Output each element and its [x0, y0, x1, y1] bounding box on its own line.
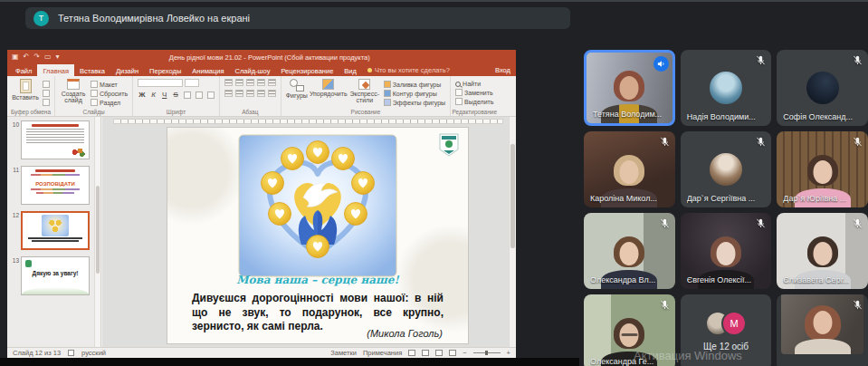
- layout-icon: [91, 81, 98, 88]
- indent-increase-icon[interactable]: [257, 79, 265, 86]
- presenter-avatar: T: [33, 11, 49, 26]
- participant-tile-unnamed[interactable]: [777, 294, 868, 366]
- tab-insert[interactable]: Вставка: [74, 64, 110, 76]
- tell-me-label: Что вы хотите сделать?: [375, 66, 450, 74]
- shape-outline-button[interactable]: Контур фигуры: [384, 90, 445, 97]
- avatar: [710, 153, 742, 186]
- arrange-button[interactable]: Упорядочить: [311, 79, 346, 97]
- slide-scrollbar[interactable]: [509, 117, 516, 347]
- comments-button[interactable]: Примечания: [363, 349, 402, 357]
- section-button[interactable]: Раздел: [91, 99, 128, 106]
- replace-button[interactable]: Заменить: [455, 89, 493, 96]
- tab-file[interactable]: Файл: [10, 64, 37, 76]
- participant-name: Тетяна Володим...: [593, 110, 662, 119]
- participant-tile-daria-yu[interactable]: Дар`я Юріївна ...: [777, 131, 868, 207]
- quick-styles-icon: [358, 79, 370, 90]
- tell-me-box[interactable]: Что вы хотите сделать?: [362, 64, 455, 76]
- tab-design[interactable]: Дизайн: [110, 64, 144, 76]
- participant-tile-daria-s[interactable]: Дар`я Сергіївна ...: [681, 131, 772, 207]
- columns-icon[interactable]: [268, 90, 276, 97]
- change-case-icon[interactable]: [196, 92, 203, 99]
- participant-tile-oleksandra-vl[interactable]: Олександра Вл...: [584, 213, 675, 289]
- participant-tile-tetiana[interactable]: Тетяна Володим...: [584, 50, 675, 126]
- cut-icon[interactable]: [43, 81, 50, 88]
- slide-caption-script: Мова наша – серце наше!: [167, 274, 468, 286]
- find-button[interactable]: Найти: [455, 81, 493, 87]
- bullets-icon[interactable]: [224, 79, 233, 86]
- audio-speaking-icon: [653, 56, 669, 72]
- mic-off-icon: [755, 136, 767, 148]
- underline-button[interactable]: Ч: [161, 91, 167, 99]
- tab-home[interactable]: Главная: [37, 64, 74, 76]
- tab-animations[interactable]: Анимация: [186, 64, 229, 76]
- slide-10-thumbnail[interactable]: [21, 120, 90, 159]
- save-icon[interactable]: ▣: [12, 50, 19, 64]
- shape-effects-button[interactable]: Эффекты фигуры: [384, 99, 445, 106]
- reading-view-icon[interactable]: [435, 350, 443, 356]
- slide-11-thumbnail[interactable]: РОЗПОВІДАТИ: [21, 166, 90, 205]
- tab-review[interactable]: Рецензирование: [275, 64, 339, 76]
- paste-button[interactable]: Вставить: [12, 79, 39, 101]
- slide-sorter-icon[interactable]: [422, 350, 429, 356]
- spellcheck-icon[interactable]: [68, 350, 74, 356]
- thumbnail-scrollbar[interactable]: [94, 117, 100, 347]
- language-indicator[interactable]: русский: [81, 349, 106, 357]
- shape-fill-button[interactable]: Заливка фигуры: [384, 81, 445, 88]
- format-painter-icon[interactable]: [43, 99, 50, 106]
- shape-effects-icon: [384, 99, 391, 106]
- select-icon: [455, 98, 463, 105]
- logo-mini: [25, 260, 32, 267]
- participant-tile-karolina[interactable]: Кароліна Микол...: [584, 131, 675, 207]
- taskbar-strip: [0, 358, 579, 366]
- sign-in-button[interactable]: Вход: [495, 64, 510, 76]
- participant-tile-nadiia[interactable]: Надія Володими...: [681, 50, 772, 126]
- drawing-group-label: Рисование: [281, 109, 450, 115]
- layout-button[interactable]: Макет: [91, 81, 128, 88]
- shapes-button[interactable]: Фигуры: [286, 79, 308, 99]
- screen-share-powerpoint: ▣ ↶ ↷ ▭ ▾ День рідної мови 21.02 - Power…: [7, 50, 516, 358]
- quick-access-toolbar: ▣ ↶ ↷ ▭ ▾: [7, 50, 60, 64]
- font-color-icon[interactable]: [207, 92, 215, 99]
- reset-button[interactable]: Сбросить: [91, 90, 128, 97]
- new-slide-button[interactable]: Создать слайд: [60, 79, 87, 103]
- slideshow-icon[interactable]: ▭: [44, 50, 52, 64]
- select-button[interactable]: Выделить: [455, 98, 493, 105]
- font-size-input[interactable]: [185, 79, 199, 87]
- justify-icon[interactable]: [257, 90, 265, 97]
- participant-tile-sofiia[interactable]: Софія Олександ...: [777, 50, 868, 126]
- align-center-icon[interactable]: [235, 90, 243, 97]
- shape-fill-icon: [384, 81, 391, 88]
- slide-canvas[interactable]: Мова наша – серце наше! Дивуєшся дорогоц…: [167, 128, 468, 343]
- slideshow-view-icon[interactable]: [449, 350, 456, 356]
- quick-styles-button[interactable]: Экспресс-стили: [349, 79, 380, 103]
- undo-icon[interactable]: ↶: [24, 50, 30, 64]
- align-left-icon[interactable]: [224, 90, 233, 97]
- paste-icon: [20, 79, 32, 93]
- indent-decrease-icon[interactable]: [246, 79, 254, 86]
- copy-icon[interactable]: [43, 90, 50, 97]
- align-right-icon[interactable]: [246, 90, 254, 97]
- participant-name: Дар`я Юріївна ...: [783, 194, 846, 203]
- thanks-text: Дякую за увагу!: [22, 270, 89, 276]
- slide-12-thumbnail-selected[interactable]: [21, 211, 90, 250]
- participant-tile-yevheniia[interactable]: Євгенія Олексії...: [681, 213, 772, 289]
- zoom-slider[interactable]: [473, 352, 501, 353]
- participant-tile-yelyzaveta[interactable]: Єлизавета Серг...: [777, 213, 868, 289]
- char-spacing-icon[interactable]: [184, 92, 191, 99]
- italic-button[interactable]: К: [150, 91, 157, 99]
- bold-button[interactable]: Ж: [138, 91, 146, 99]
- strikethrough-button[interactable]: S: [172, 91, 178, 99]
- line-spacing-icon[interactable]: [268, 79, 276, 86]
- zoom-out-icon[interactable]: −: [463, 349, 466, 357]
- notes-button[interactable]: Заметки: [330, 349, 357, 357]
- normal-view-icon[interactable]: [408, 350, 415, 356]
- font-name-input[interactable]: [138, 79, 183, 87]
- numbering-icon[interactable]: [235, 79, 243, 86]
- font-group-label: Шрифт: [133, 109, 219, 115]
- tab-slideshow[interactable]: Слайд-шоу: [230, 64, 276, 76]
- slide-13-thumbnail[interactable]: Дякую за увагу!: [21, 256, 90, 295]
- zoom-in-icon[interactable]: +: [507, 349, 510, 357]
- tab-view[interactable]: Вид: [339, 64, 362, 76]
- tab-transitions[interactable]: Переходы: [144, 64, 186, 76]
- redo-icon[interactable]: ↷: [33, 50, 40, 64]
